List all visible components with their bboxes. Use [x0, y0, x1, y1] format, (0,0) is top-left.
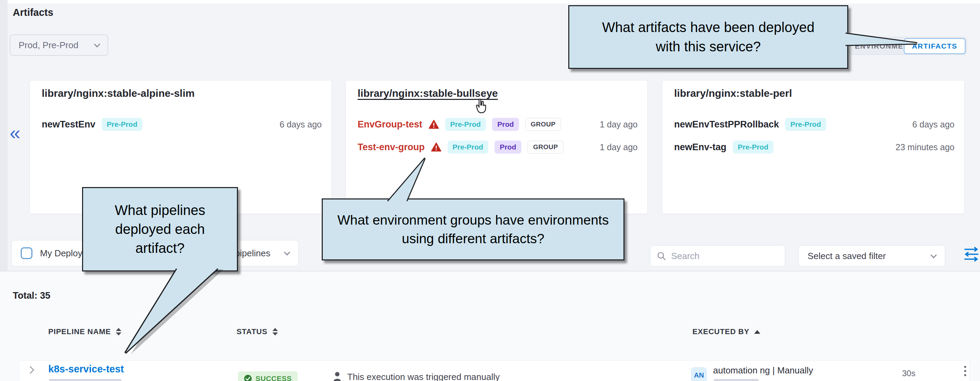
collapse-panel-icon[interactable]: « — [10, 123, 20, 143]
filter-settings-icon[interactable] — [963, 247, 979, 262]
saved-filter-value: Select a saved filter — [808, 251, 924, 262]
chevron-down-icon — [284, 249, 290, 255]
artifact-card: library/nginx:stable-perl newEnvTestPPRo… — [662, 80, 964, 214]
row-menu-icon[interactable] — [964, 366, 966, 376]
column-label: PIPELINE NAME — [48, 327, 111, 336]
env-name: newTestEnv — [42, 119, 95, 130]
status-badge: SUCCESS — [238, 371, 298, 381]
status-label: SUCCESS — [256, 375, 292, 381]
deploy-time: 1 day ago — [600, 119, 638, 130]
env-type-badge: Prod — [492, 118, 519, 131]
env-type-badge: Prod — [495, 141, 521, 154]
env-type-badge: Pre-Prod — [102, 118, 143, 131]
duration-text: 30s — [902, 368, 916, 378]
env-scope-dropdown[interactable]: Prod, Pre-Prod — [10, 35, 108, 56]
env-group-row: Test-env-group Pre-Prod Prod GROUP 1 day… — [358, 141, 638, 154]
artifact-title: library/nginx:stable-alpine-slim — [42, 87, 194, 99]
total-count: Total: 35 — [13, 291, 50, 301]
column-label: STATUS — [237, 327, 267, 336]
column-header-pipeline-name[interactable]: PIPELINE NAME — [48, 327, 121, 336]
search-icon — [657, 251, 666, 262]
trigger-note: This execution was triggered manually — [347, 372, 500, 381]
env-scope-value: Prod, Pre-Prod — [19, 40, 86, 51]
callout-pipelines-question: What pipelines deployed each artifact? — [82, 187, 238, 271]
executed-by-text: automation ng | Manually — [713, 365, 813, 376]
page-title: Artifacts — [13, 7, 53, 18]
env-row: newTestEnv Pre-Prod 6 days ago — [42, 118, 322, 131]
env-row: newEnv-tag Pre-Prod 23 minutes ago — [674, 141, 955, 154]
group-badge: GROUP — [525, 118, 561, 131]
clipped-text-line — [714, 379, 759, 381]
deploy-time: 6 days ago — [280, 119, 322, 130]
pointer-cursor-icon — [474, 98, 488, 114]
person-icon — [332, 371, 342, 381]
search-box — [650, 245, 785, 267]
sort-icon — [116, 328, 121, 335]
env-type-badge: Pre-Prod — [448, 141, 488, 154]
search-input[interactable] — [671, 251, 779, 262]
env-row: newEnvTestPPRollback Pre-Prod 6 days ago — [674, 118, 955, 131]
deploy-time: 6 days ago — [912, 119, 955, 130]
my-deployments-checkbox[interactable] — [21, 247, 32, 259]
avatar: AN — [691, 367, 707, 381]
callout-artifacts-question: What artifacts have been deployed with t… — [568, 5, 848, 69]
env-group-link[interactable]: Test-env-group — [358, 142, 425, 152]
env-name: newEnvTestPPRollback — [674, 119, 779, 130]
artifact-card: library/nginx:stable-bullseye EnvGroup-t… — [345, 80, 648, 214]
saved-filter-dropdown[interactable]: Select a saved filter — [798, 245, 945, 267]
warning-icon — [431, 143, 441, 152]
top-divider — [0, 0, 980, 3]
sort-icon — [272, 328, 278, 335]
chevron-down-icon — [930, 252, 937, 258]
clipped-text-line — [49, 379, 121, 381]
artifact-title-link[interactable]: library/nginx:stable-bullseye — [358, 87, 498, 99]
column-label: EXECUTED BY — [692, 327, 749, 336]
env-name: newEnv-tag — [674, 142, 727, 152]
deploy-time: 23 minutes ago — [896, 142, 955, 152]
column-header-executed-by[interactable]: EXECUTED BY — [692, 327, 760, 336]
warning-icon — [429, 120, 439, 129]
sort-ascending-icon — [754, 330, 760, 334]
trigger-info: This execution was triggered manually — [332, 371, 500, 381]
env-type-badge: Pre-Prod — [785, 118, 826, 131]
check-circle-icon — [244, 375, 252, 381]
chevron-down-icon — [94, 41, 100, 47]
env-group-link[interactable]: EnvGroup-test — [358, 119, 422, 130]
tab-artifacts[interactable]: ARTIFACTS — [904, 38, 966, 54]
env-group-row: EnvGroup-test Pre-Prod Prod GROUP 1 day … — [358, 118, 638, 131]
artifact-title: library/nginx:stable-perl — [674, 87, 792, 99]
env-type-badge: Pre-Prod — [445, 118, 486, 131]
deploy-time: 1 day ago — [600, 142, 638, 152]
group-badge: GROUP — [528, 141, 563, 154]
pipeline-link[interactable]: k8s-service-test — [48, 364, 124, 375]
view-toggle: ENVIRONMENTS ARTIFACTS — [849, 37, 967, 55]
column-header-status[interactable]: STATUS — [237, 327, 278, 336]
artifacts-page: Artifacts Prod, Pre-Prod ENVIRONMENTS AR… — [0, 0, 980, 381]
callout-env-groups-question: What environment groups have environment… — [322, 198, 624, 260]
env-type-badge: Pre-Prod — [733, 141, 774, 154]
